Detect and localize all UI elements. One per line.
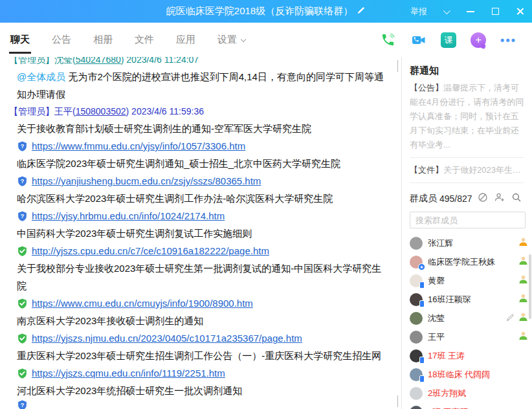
message-text: 临床医学院2023年硕士研究生调剂通知_硕士招生_北京中医药大学研究生院 xyxy=(17,155,390,172)
window-title: 皖医临床医学院2018级（反诈防骗联络群） xyxy=(166,5,353,17)
member-status-icon-green xyxy=(518,256,528,268)
svg-text:?: ? xyxy=(21,178,25,184)
avatar xyxy=(410,312,423,325)
mention-all[interactable]: @全体成员 xyxy=(17,71,65,82)
mobile-online-badge xyxy=(419,375,425,382)
video-call-icon[interactable] xyxy=(410,32,427,48)
class-icon[interactable]: 课 xyxy=(441,32,456,48)
message-link[interactable]: https://www.fmmu.edu.cn/yjsy/info/1057/3… xyxy=(32,137,245,155)
member-header: 群成员 495/827 xyxy=(410,188,532,208)
message-link-row: ?https://yjsy.hrbmu.edu.cn/info/1024/217… xyxy=(17,207,390,225)
message-link[interactable]: https://yjszs.cqmu.edu.cn/info/1119/2251… xyxy=(32,364,225,382)
message-link-row: https://www.cmu.edu.cn/cmuyjs/info/1900/… xyxy=(17,294,390,312)
member-list: 张江辉★临床医学院王秋姝黄磬16班汪颖琛沈莹王平17班 王涛18班临床 代阔阔2… xyxy=(410,234,532,409)
message-text: 南京医科大学2023年接收硕士调剂生的通知 xyxy=(17,312,390,329)
member-row[interactable]: ★临床医学院王秋姝 xyxy=(410,252,532,271)
sender-name[interactable]: 【管理员】王平 xyxy=(9,106,72,116)
close-button[interactable] xyxy=(507,0,532,23)
chat-message-area: 【管理员】沈莹(540247680) 2023/4/6 11:24:07@全体成… xyxy=(0,57,401,409)
tab-files[interactable]: 文件 xyxy=(133,25,155,55)
member-row[interactable]: 18班临床 代阔阔 xyxy=(410,365,532,384)
safe-link-shield-icon xyxy=(17,333,28,344)
tab-announcements[interactable]: 公告 xyxy=(50,25,72,55)
maximize-button[interactable] xyxy=(483,0,507,23)
voice-call-icon[interactable] xyxy=(380,32,396,48)
file-text: 关于做好2023年生源地... xyxy=(443,165,532,175)
message-text: 重庆医科大学2023年硕士研究生招生调剂工作公告（一）-重庆医科大学研究生招生网 xyxy=(17,347,390,364)
member-row[interactable]: 9班 王嘉旺 xyxy=(410,403,532,409)
unknown-link-shield-icon: ? xyxy=(17,210,28,222)
member-name: 张江辉 xyxy=(428,238,453,249)
report-button[interactable]: 举报 xyxy=(404,6,434,17)
chevron-down-icon[interactable] xyxy=(434,0,458,23)
scroll-to-bottom-icon[interactable] xyxy=(397,395,398,407)
tab-bar: 聊天 公告 相册 文件 应用 设置 课 + ••• xyxy=(0,23,532,57)
group-file-notice[interactable]: 【文件】关于做好2023年生源地... xyxy=(410,163,532,177)
sidebar-scrollbar[interactable] xyxy=(529,254,531,319)
message-text: 关于接收教育部计划硕士研究生调剂生的通知-空军军医大学研究生院 xyxy=(17,120,390,137)
avatar xyxy=(410,387,423,400)
message-link[interactable]: https://www.cmu.edu.cn/cmuyjs/info/1900/… xyxy=(32,294,253,312)
member-name: 王平 xyxy=(428,331,445,343)
member-row[interactable]: 2班方翔斌 xyxy=(410,384,532,403)
member-row[interactable]: 张江辉 xyxy=(410,234,532,252)
unknown-link-shield-icon: ? xyxy=(17,399,28,409)
announcement-label: 【公告】 xyxy=(410,83,443,93)
add-icon[interactable]: + xyxy=(471,32,486,48)
search-members-input[interactable] xyxy=(410,212,526,228)
more-icon[interactable]: ••• xyxy=(500,37,516,43)
member-name: 临床医学院王秋姝 xyxy=(428,256,495,268)
member-row[interactable]: 16班汪颖琛 xyxy=(410,290,532,309)
message-link-row: ?https://www.fmmu.edu.cn/yjsy/info/1057/… xyxy=(17,137,390,155)
tab-apps[interactable]: 应用 xyxy=(175,25,197,55)
members-label: 群成员 xyxy=(410,193,437,204)
edit-title-icon[interactable] xyxy=(357,6,366,17)
member-row[interactable]: 17班 王涛 xyxy=(410,346,532,365)
anonymous-icon[interactable] xyxy=(478,192,488,205)
member-name: 2班方翔斌 xyxy=(428,388,466,399)
message-link-row: https://yjszs.njmu.edu.cn/2023/0405/c101… xyxy=(17,329,390,347)
message-link[interactable]: https://yjsy.hrbmu.edu.cn/info/1024/2174… xyxy=(32,207,225,225)
mobile-online-badge xyxy=(419,300,425,307)
message-text: 中国药科大学2023年硕士研究生调剂复试工作实施细则 xyxy=(17,225,390,242)
member-status-icon-green xyxy=(518,331,528,343)
tab-settings[interactable]: 设置 xyxy=(216,25,245,55)
member-row[interactable]: 沈莹 xyxy=(410,309,532,327)
divider xyxy=(410,182,524,183)
message-text: 关于我校部分专业接收2023年硕士研究生第一批调剂复试的通知-中国医科大学研究生… xyxy=(17,260,390,294)
chevron-down-icon xyxy=(241,37,246,42)
message-link-row: http://yjszs.cpu.edu.cn/c7/ce/c10916a182… xyxy=(17,242,390,260)
message-link-row: https://yjszs.cqmu.edu.cn/info/1119/2251… xyxy=(17,364,390,382)
message-link[interactable]: https://yjszs.njmu.edu.cn/2023/0405/c101… xyxy=(32,329,302,347)
tab-albums[interactable]: 相册 xyxy=(92,25,114,55)
avatar xyxy=(410,368,423,381)
sender-uin[interactable]: 1508003502 xyxy=(76,106,126,116)
unknown-link-shield-icon: ? xyxy=(17,175,28,187)
sender-name[interactable]: 【管理员】沈莹 xyxy=(9,57,72,65)
search-icon[interactable] xyxy=(511,192,522,205)
svg-text:?: ? xyxy=(21,213,25,219)
svg-text:?: ? xyxy=(21,402,25,408)
safe-link-shield-icon xyxy=(17,245,28,257)
member-name: 黄磬 xyxy=(428,275,445,287)
invite-member-icon[interactable] xyxy=(494,192,505,205)
message-sender-header: 【管理员】王平(1508003502) 2023/4/6 11:59:36 xyxy=(9,103,390,120)
avatar xyxy=(410,237,423,250)
sender-uin[interactable]: 540247680 xyxy=(76,57,121,65)
minimize-button[interactable] xyxy=(458,0,483,23)
member-row[interactable]: 黄磬 xyxy=(410,271,532,290)
member-name: 9班 王嘉旺 xyxy=(428,406,469,409)
scroll-to-top-icon[interactable] xyxy=(397,60,398,72)
avatar xyxy=(410,274,423,287)
unknown-link-shield-icon: ? xyxy=(17,140,28,152)
group-announcement[interactable]: 【公告】温馨提示下，清考可能在4月份进行，请有清考的同学认真准备；同时，预计在五… xyxy=(410,81,532,152)
edit-card-icon[interactable] xyxy=(506,313,515,324)
member-row[interactable]: 王平 xyxy=(410,327,532,346)
message-link-row: ?https://yanjiusheng.bucm.edu.cn/zsjy/ss… xyxy=(17,172,390,190)
tab-chat[interactable]: 聊天 xyxy=(9,25,31,55)
mobile-online-badge xyxy=(419,282,425,289)
message-text: 河北医科大学2023年统招硕士研究生一批次调剂通知 xyxy=(17,382,390,399)
message-link[interactable]: https://yanjiusheng.bucm.edu.cn/zsjy/ssz… xyxy=(32,172,261,190)
member-status-icon-green xyxy=(518,274,528,287)
message-link[interactable]: http://yjszs.cpu.edu.cn/c7/ce/c10916a182… xyxy=(32,242,269,260)
